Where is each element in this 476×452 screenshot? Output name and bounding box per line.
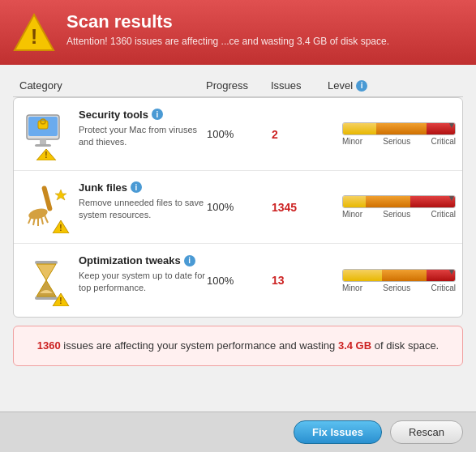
label-critical-3: Critical	[431, 284, 456, 292]
security-issues: 2	[272, 128, 328, 141]
security-info-icon[interactable]: i	[152, 109, 163, 120]
warning-size: 3.4 GB	[338, 339, 371, 352]
security-level-labels: Minor Serious Critical	[342, 137, 456, 146]
col-issues: Issues	[271, 79, 328, 92]
label-serious-3: Serious	[383, 284, 410, 292]
footer: Fix Issues Rescan	[0, 411, 476, 452]
optimization-level-labels: Minor Serious Critical	[342, 284, 456, 292]
label-serious-2: Serious	[383, 210, 410, 219]
label-minor-1: Minor	[342, 137, 362, 146]
table-header: Category Progress Issues Level i	[13, 75, 463, 97]
junk-issues: 1345	[272, 201, 328, 214]
table-row: ! Junk files i Remove unneeded files to …	[14, 171, 462, 244]
col-progress: Progress	[206, 79, 271, 92]
junk-bar-serious	[366, 196, 410, 207]
svg-text:!: !	[59, 296, 62, 305]
junk-dropdown-arrow[interactable]: ▼	[448, 194, 456, 203]
security-bar-track	[342, 122, 456, 135]
svg-rect-7	[35, 144, 51, 147]
optimization-level-bar: ▼ Minor Serious Critical	[328, 269, 456, 292]
junk-bar-minor	[343, 196, 366, 207]
warning-text-mid: issues are affecting your system perform…	[61, 339, 338, 352]
optimization-info-icon[interactable]: i	[184, 255, 195, 267]
junk-desc: Remove unneeded files to save system res…	[79, 197, 207, 222]
svg-rect-4	[38, 121, 48, 129]
warning-text-suffix: of disk space.	[371, 339, 439, 352]
label-critical-2: Critical	[431, 210, 456, 219]
fix-issues-button[interactable]: Fix Issues	[294, 420, 382, 444]
junk-bar-track	[342, 195, 456, 208]
header: ! Scan results Attention! 1360 issues ar…	[0, 0, 476, 65]
security-bar-minor	[343, 123, 376, 134]
junk-icon: !	[20, 181, 72, 233]
col-level: Level i	[328, 79, 457, 92]
category-info-security: Security tools i Protect your Mac from v…	[79, 109, 207, 149]
level-info-icon[interactable]: i	[356, 80, 367, 92]
label-serious-1: Serious	[383, 137, 410, 146]
svg-line-15	[41, 217, 43, 224]
page-title: Scan results	[66, 11, 389, 32]
optimization-dropdown-arrow[interactable]: ▼	[448, 267, 456, 276]
warning-count: 1360	[37, 339, 61, 352]
svg-rect-20	[35, 261, 58, 264]
svg-rect-21	[35, 296, 58, 300]
svg-line-16	[45, 215, 48, 223]
security-desc: Protect your Mac from viruses and thieve…	[79, 124, 207, 149]
label-minor-2: Minor	[342, 210, 362, 219]
col-category: Category	[19, 79, 206, 92]
category-cell-optimization: ! Optimization tweaks i Keep your system…	[20, 254, 207, 306]
svg-rect-10	[41, 185, 53, 211]
optimization-bar-minor	[343, 270, 382, 281]
security-progress: 100%	[207, 128, 272, 140]
svg-marker-17	[55, 190, 66, 200]
optimization-bar-track	[342, 269, 456, 282]
category-cell-junk: ! Junk files i Remove unneeded files to …	[20, 181, 207, 233]
svg-text:!: !	[45, 151, 47, 160]
security-title: Security tools	[79, 109, 148, 121]
header-text: Scan results Attention! 1360 issues are …	[66, 11, 389, 47]
junk-level-labels: Minor Serious Critical	[342, 210, 456, 219]
security-level-bar: ▼ Minor Serious Critical	[328, 122, 456, 146]
optimization-icon: !	[20, 254, 72, 306]
security-icon: !	[20, 109, 72, 160]
optimization-progress: 100%	[207, 275, 272, 287]
junk-title: Junk files	[79, 181, 127, 194]
label-critical-1: Critical	[431, 137, 456, 146]
table-row: ! Optimization tweaks i Keep your system…	[14, 244, 462, 317]
label-minor-3: Minor	[342, 284, 362, 292]
optimization-issues: 13	[272, 274, 328, 287]
category-info-junk: Junk files i Remove unneeded files to sa…	[79, 181, 207, 222]
optimization-title: Optimization tweaks	[79, 254, 181, 267]
category-cell-security: ! Security tools i Protect your Mac from…	[20, 109, 207, 160]
junk-level-bar: ▼ Minor Serious Critical	[328, 195, 456, 219]
warning-icon: !	[13, 11, 55, 53]
svg-rect-6	[40, 139, 46, 144]
junk-bar-container: Minor Serious Critical	[342, 195, 456, 219]
security-bar-serious	[376, 123, 427, 134]
security-bar-container: Minor Serious Critical	[342, 122, 456, 146]
security-dropdown-arrow[interactable]: ▼	[448, 121, 456, 130]
table-row: ! Security tools i Protect your Mac from…	[14, 98, 462, 171]
header-subtitle: Attention! 1360 issues are affecting ...…	[66, 36, 389, 47]
rescan-button[interactable]: Rescan	[390, 420, 463, 444]
svg-text:!: !	[59, 224, 62, 232]
svg-text:!: !	[31, 24, 38, 49]
table: ! Security tools i Protect your Mac from…	[13, 97, 463, 318]
optimization-desc: Keep your system up to date for top perf…	[79, 270, 207, 295]
category-info-optimization: Optimization tweaks i Keep your system u…	[79, 254, 207, 295]
junk-info-icon[interactable]: i	[131, 181, 142, 193]
optimization-bar-container: Minor Serious Critical	[342, 269, 456, 292]
main-content: Category Progress Issues Level i	[0, 65, 476, 411]
optimization-bar-serious	[382, 270, 427, 281]
warning-box: 1360 issues are affecting your system pe…	[13, 326, 463, 366]
junk-progress: 100%	[207, 201, 272, 213]
